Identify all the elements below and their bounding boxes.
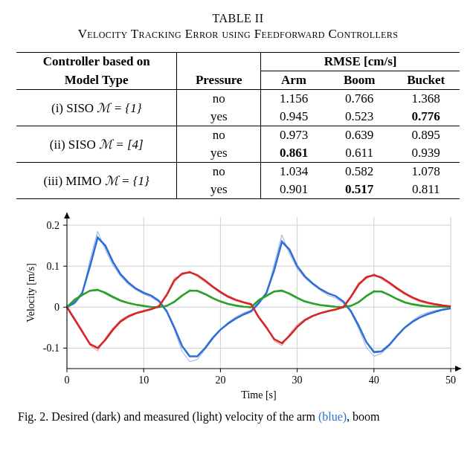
th-bucket: Bucket bbox=[392, 71, 460, 90]
cell-boom: 0.639 bbox=[327, 126, 393, 145]
th-model-l2: Model Type bbox=[16, 71, 177, 90]
table-row-label: (i) SISO ℳ = {1} bbox=[16, 90, 177, 126]
xtick-label: 20 bbox=[215, 375, 225, 386]
ytick-label: 0.1 bbox=[47, 261, 60, 272]
cell-bucket: 1.078 bbox=[392, 163, 460, 181]
cell-bucket: 0.811 bbox=[392, 181, 460, 199]
xtick-label: 40 bbox=[369, 375, 379, 386]
table-label: TABLE II bbox=[16, 12, 460, 25]
xlabel: Time [s] bbox=[241, 389, 276, 401]
cell-pressure: no bbox=[177, 126, 261, 145]
series-boom-measured bbox=[67, 289, 451, 308]
cell-pressure: no bbox=[177, 163, 261, 181]
xtick-label: 30 bbox=[292, 375, 303, 386]
th-pressure-blank bbox=[177, 53, 261, 71]
cell-arm: 0.945 bbox=[261, 108, 327, 126]
cell-boom: 0.611 bbox=[327, 144, 393, 163]
ytick-label: -0.1 bbox=[43, 343, 60, 354]
cell-pressure: no bbox=[177, 90, 261, 108]
cell-arm: 1.034 bbox=[261, 163, 327, 181]
xtick-label: 0 bbox=[65, 375, 70, 386]
cell-arm: 0.861 bbox=[261, 144, 327, 163]
cell-bucket: 0.895 bbox=[392, 126, 460, 145]
th-rmse: RMSE [cm/s] bbox=[261, 53, 460, 71]
cell-arm: 0.973 bbox=[261, 126, 327, 145]
cell-boom: 0.523 bbox=[327, 108, 393, 126]
cell-bucket: 0.776 bbox=[392, 108, 460, 126]
xtick-label: 10 bbox=[138, 375, 149, 386]
rmse-table: Controller based on RMSE [cm/s] Model Ty… bbox=[16, 52, 460, 199]
ytick-label: 0 bbox=[54, 302, 60, 313]
fig-caption-blue: (blue) bbox=[318, 410, 347, 423]
velocity-chart: 01020304050-0.100.10.2Time [s]Velocity [… bbox=[21, 210, 464, 403]
xtick-label: 50 bbox=[446, 375, 456, 386]
cell-boom: 0.517 bbox=[327, 181, 393, 199]
ylabel: Velocity [m/s] bbox=[25, 263, 36, 323]
th-arm: Arm bbox=[261, 71, 327, 90]
cell-pressure: yes bbox=[177, 108, 261, 126]
svg-marker-13 bbox=[64, 213, 70, 218]
fig-caption-prefix: Fig. 2. Desired (dark) and measured (lig… bbox=[18, 410, 318, 423]
ytick-label: 0.2 bbox=[47, 220, 60, 231]
svg-marker-11 bbox=[455, 366, 461, 372]
th-boom: Boom bbox=[327, 71, 393, 90]
cell-boom: 0.766 bbox=[327, 90, 393, 108]
th-pressure: Pressure bbox=[177, 71, 261, 90]
fig-caption-suffix: , boom bbox=[347, 410, 379, 423]
cell-bucket: 0.939 bbox=[392, 144, 460, 163]
series-boom-desired bbox=[67, 290, 451, 307]
cell-arm: 1.156 bbox=[261, 90, 327, 108]
figure-caption: Fig. 2. Desired (dark) and measured (lig… bbox=[18, 410, 458, 424]
cell-boom: 0.582 bbox=[327, 163, 393, 181]
cell-bucket: 1.368 bbox=[392, 90, 460, 108]
cell-pressure: yes bbox=[177, 144, 261, 163]
cell-pressure: yes bbox=[177, 181, 261, 199]
series-bucket-desired bbox=[67, 272, 451, 348]
cell-arm: 0.901 bbox=[261, 181, 327, 199]
table-row-label: (iii) MIMO ℳ = {1} bbox=[16, 163, 177, 199]
table-row-label: (ii) SISO ℳ = [4] bbox=[16, 126, 177, 163]
table-caption: Velocity Tracking Error using Feedforwar… bbox=[16, 27, 460, 42]
th-model-l1: Controller based on bbox=[16, 53, 177, 71]
